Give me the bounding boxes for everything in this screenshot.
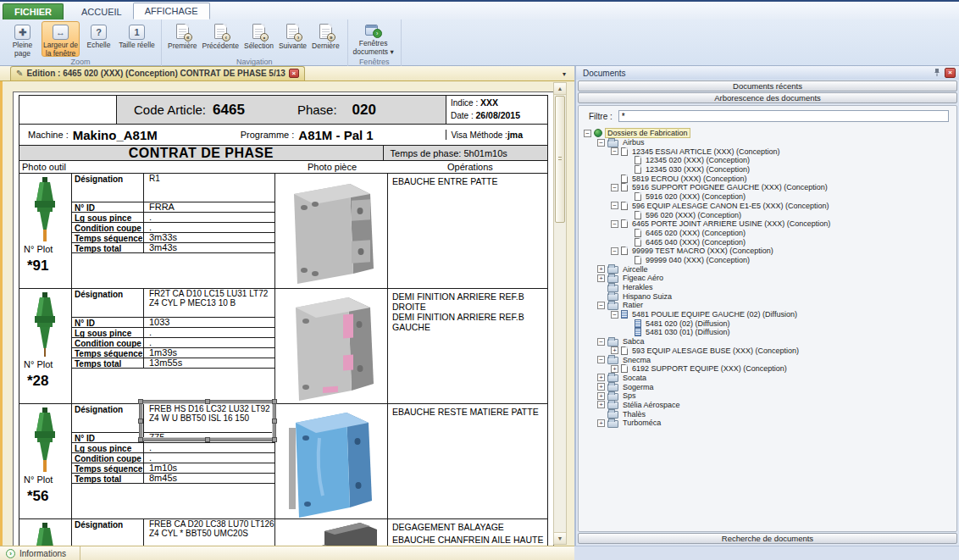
pin-icon[interactable] <box>933 68 941 79</box>
tool-row-3[interactable]: N° Plot *56 Désignation <box>19 404 548 519</box>
designation-value-selected[interactable]: FREB HS D16 LC32 LU32 LT92 Z4 W U BBT50 … <box>144 404 274 432</box>
tree-item-label: Turboméca <box>621 419 662 427</box>
tree-item[interactable]: + Figeac Aéro <box>582 274 956 283</box>
tree-item-icon <box>607 420 618 428</box>
tool-holder-image <box>28 177 62 243</box>
tree-item[interactable]: − 12345 ESSAI ARTICLE (XXX) (Conception) <box>582 147 956 156</box>
machine-cell: Machine : Makino_A81M Programme : A81M -… <box>19 128 446 142</box>
taille-reelle-button[interactable]: 1 Taille réelle <box>118 21 156 57</box>
recherche-documents-button[interactable]: Recherche de documents <box>578 533 957 544</box>
tab-list-caret-icon[interactable]: ▾ <box>563 70 566 78</box>
tree-item[interactable]: − Sabca <box>582 337 956 347</box>
tree-item[interactable]: 5819 ECROU (XXX) (Conception) <box>582 174 956 183</box>
tree-expander-icon[interactable]: − <box>597 139 605 147</box>
filter-input[interactable] <box>618 110 949 122</box>
tree-item[interactable]: 99999 040 (XXX) (Conception) <box>582 256 956 265</box>
tree-expander-icon[interactable]: + <box>611 347 618 354</box>
derniere-button[interactable]: » Dernière <box>309 21 342 57</box>
tree-item[interactable]: 12345 020 (XXX) (Conception) <box>582 156 956 165</box>
plot-number: *28 <box>27 373 49 390</box>
selection-button[interactable]: • Sélection <box>241 21 276 57</box>
tree-expander-icon[interactable]: − <box>611 184 618 191</box>
tree-item[interactable]: + Sps <box>582 391 956 401</box>
tab-accueil[interactable]: ACCUEIL <box>70 4 133 19</box>
tree-expander-icon[interactable]: − <box>611 247 618 255</box>
tree-item[interactable]: − Snecma <box>582 355 956 364</box>
tree-item[interactable]: 6465 020 (XXX) (Conception) <box>582 229 956 238</box>
tree-item[interactable]: Herakles <box>582 283 956 292</box>
suivante-button[interactable]: › Suivante <box>276 21 309 57</box>
tree-expander-icon[interactable]: − <box>611 220 618 228</box>
tree-item[interactable]: 5916 020 (XXX) (Conception) <box>582 192 956 202</box>
fenetres-documents-button[interactable]: › Fenêtres documents ▾ <box>352 21 396 57</box>
tree-item[interactable]: 5481 030 (01) (Diffusion) <box>582 328 956 337</box>
tool-row-4[interactable]: DésignationFREB CA D20 LC38 LU70 LT126 Z… <box>19 519 548 546</box>
tree-expander-icon[interactable]: + <box>597 401 605 408</box>
tree-expander-icon[interactable]: + <box>597 419 605 427</box>
tree-item[interactable]: − 99999 TEST MACRO (XXX) (Conception) <box>582 247 956 256</box>
operation-line: EBAUCHE CHANFREIN AILE HAUTE <box>392 535 546 546</box>
premiere-button[interactable]: « Première <box>165 21 199 57</box>
tree-item[interactable]: − 5916 SUPPORT POIGNEE GAUCHE (XXX) (Con… <box>582 183 956 192</box>
tree-item[interactable]: − Ratier <box>582 301 956 310</box>
tree-expander-icon[interactable]: − <box>611 147 618 155</box>
tree-expander-icon[interactable]: − <box>611 202 618 209</box>
tree-expander-icon[interactable]: + <box>597 392 605 400</box>
viewer-scrollbar[interactable]: ▲ ▼ <box>553 82 567 545</box>
tree-item[interactable]: − Airbus <box>582 138 956 147</box>
precedente-button[interactable]: ‹ Précédente <box>199 21 241 57</box>
tree-item[interactable]: + Sogerma <box>582 382 956 391</box>
tree-expander-icon[interactable]: − <box>597 302 605 309</box>
documents-recents-button[interactable]: Documents récents <box>578 80 957 91</box>
tool-row-1[interactable]: N° Plot *91 DésignationR1 N° IDFRRA Lg s… <box>19 174 548 289</box>
ribbon-body: ✚ Pleine page ↔ Largeur de la fenêtre ? … <box>0 19 959 66</box>
group-zoom-label: Zoom <box>0 58 161 66</box>
document-tab[interactable]: ✎ Edition : 6465 020 (XXX) (Conception) … <box>10 66 305 80</box>
tree-item[interactable]: + Aircelle <box>582 264 956 274</box>
informations-tab[interactable]: › Informations <box>0 546 80 560</box>
tree-item[interactable]: + 6192 SUPPORT EQUIPE (XXX) (Conception) <box>582 364 956 374</box>
operation-line <box>392 419 546 432</box>
tree-expander-icon[interactable]: + <box>597 383 605 391</box>
scroll-down-icon[interactable]: ▼ <box>554 532 566 544</box>
tree-item[interactable]: − Dossiers de Fabrication <box>582 129 956 138</box>
tree-expander-icon[interactable]: − <box>611 311 618 319</box>
tree-expander-icon[interactable]: + <box>597 265 605 273</box>
document-close-button[interactable]: × <box>289 69 299 78</box>
tree-item[interactable]: 12345 030 (XXX) (Conception) <box>582 165 956 175</box>
tree-item-label: 593 EQUIP ALESAGE BUSE (XXX) (Conception… <box>630 347 801 355</box>
tab-fichier[interactable]: FICHIER <box>3 3 64 19</box>
tree-expander-icon[interactable]: − <box>584 130 591 137</box>
tree-item[interactable]: Hispano Suiza <box>582 291 956 301</box>
tree-item[interactable]: + 593 EQUIP ALESAGE BUSE (XXX) (Concepti… <box>582 347 956 356</box>
lg-value: . <box>144 443 274 452</box>
tree-expander-icon[interactable]: − <box>597 356 605 363</box>
tree-item-icon <box>607 140 618 147</box>
largeur-fenetre-button[interactable]: ↔ Largeur de la fenêtre <box>42 21 80 57</box>
echelle-button[interactable]: ? Echelle <box>80 21 118 57</box>
tree-expander-icon[interactable]: + <box>611 365 618 373</box>
tab-affichage[interactable]: AFFICHAGE <box>133 3 210 19</box>
tree-item[interactable]: + Socata <box>582 374 956 383</box>
tree-item[interactable]: 6465 040 (XXX) (Conception) <box>582 237 956 247</box>
tool-row-2[interactable]: N° Plot *28 DésignationFR2T CA D10 LC15 … <box>19 289 548 404</box>
tree-item[interactable]: + Turboméca <box>582 419 956 428</box>
tree-item[interactable]: − 596 EQUIP ALESAGE CANON E1-E5 (XXX) (C… <box>582 202 956 211</box>
panel-close-button[interactable]: × <box>945 68 956 78</box>
scroll-up-icon[interactable]: ▲ <box>554 83 566 95</box>
piece-photo-cell <box>275 404 388 518</box>
tree-item[interactable]: 596 020 (XXX) (Conception) <box>582 210 956 219</box>
pleine-page-button[interactable]: ✚ Pleine page <box>3 21 42 57</box>
tree-expander-icon[interactable]: + <box>597 274 605 282</box>
tree-expander-icon[interactable]: − <box>597 338 605 346</box>
tree-item[interactable]: Thalès <box>582 409 956 419</box>
tree-item[interactable]: + Stélia Aérospace <box>582 401 956 410</box>
tree-item[interactable]: − 5481 POULIE EQUIPE GAUCHE (02) (Diffus… <box>582 310 956 319</box>
programme-value: A81M - Pal 1 <box>298 128 373 142</box>
tree-item[interactable]: − 6465 PORTE JOINT ARRIERE USINE (XXX) (… <box>582 219 956 229</box>
tree-expander-icon[interactable]: + <box>597 374 605 381</box>
arborescence-button[interactable]: Arborescence des documents <box>578 92 957 103</box>
last-page-icon: » <box>319 24 332 39</box>
scrollbar-thumb[interactable] <box>555 96 565 223</box>
tree-item[interactable]: 5481 020 (02) (Diffusion) <box>582 319 956 328</box>
